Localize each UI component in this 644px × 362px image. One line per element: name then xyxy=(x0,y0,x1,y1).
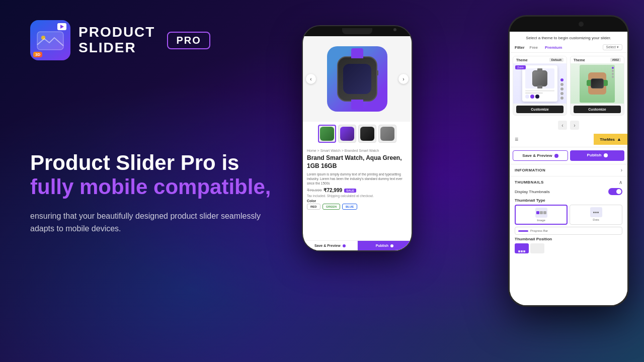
type-image-icon xyxy=(535,208,547,218)
thumbnail-type-options: Image Dots xyxy=(515,205,622,225)
thumb-3[interactable] xyxy=(358,125,376,143)
side-dot-5 xyxy=(560,97,564,100)
theme-card-2: Theme #002 xyxy=(570,56,624,116)
thumb-2[interactable] xyxy=(338,125,356,143)
logo-3d-badge: 3D xyxy=(33,52,42,57)
phones-area: ‹ › xyxy=(292,0,644,362)
slider-arrow-right[interactable]: › xyxy=(398,74,409,84)
type-progress-label: Progress Bar xyxy=(530,229,548,232)
product-desc: Lorem ipsum is simply dummy text of the … xyxy=(307,172,408,186)
panel: ≡ TheMes ▲ Save & Preview Publish xyxy=(510,132,627,305)
zoom-badge-1: Zoom xyxy=(515,65,526,69)
thumb-4[interactable] xyxy=(378,125,396,143)
price-new: ₹72,999 xyxy=(324,188,342,193)
headline: Product Slider Pro is fully mobile compa… xyxy=(30,151,272,200)
logo-icon: 3D xyxy=(30,20,70,60)
thumbnails-row xyxy=(303,122,412,146)
filter-label: Filter xyxy=(515,45,525,50)
phone1-top-bar xyxy=(303,26,412,36)
mini-slider-img-2 xyxy=(571,63,624,104)
display-thumbnails-row: Display Thumbnails xyxy=(515,188,622,195)
theme-card-2-img xyxy=(571,63,624,104)
progress-row: Progress Bar xyxy=(515,227,622,235)
side-dot-3 xyxy=(560,87,564,90)
type-image-card[interactable]: Image xyxy=(515,205,568,225)
select-dropdown[interactable]: Select ▾ xyxy=(603,44,622,50)
filter-premium[interactable]: Premium xyxy=(543,45,564,50)
side-nav-dots xyxy=(560,78,564,100)
breadcrumb: Home > Smart Watch > Branded Smart Watch xyxy=(307,149,408,152)
theme-card-2-header: Theme #002 xyxy=(571,56,624,63)
side-dot-2 xyxy=(560,83,564,86)
type-dots-card[interactable]: Dots xyxy=(570,205,622,225)
header: 3D PRODUCT SLIDER PRO xyxy=(30,20,210,60)
price-row: ₹78,999 ₹72,999 SALE xyxy=(307,188,408,193)
info-section-header[interactable]: INFORMATION › xyxy=(515,167,622,173)
watch-illustration xyxy=(327,46,387,112)
filter-row: Filter Free Premium Select ▾ xyxy=(510,42,627,53)
color-options: RED GREEN BLUE xyxy=(307,204,408,210)
headline-line1: Product Slider Pro is xyxy=(30,151,239,174)
type-dots-label: Dots xyxy=(593,218,599,221)
phone-2: Select a theme to begin customizing your… xyxy=(508,15,629,307)
side-dot-4 xyxy=(560,92,564,95)
product-info: Home > Smart Watch > Branded Smart Watch… xyxy=(303,146,412,213)
filter-free[interactable]: Free xyxy=(528,45,540,50)
panel-menu-icon[interactable]: ≡ xyxy=(510,132,523,147)
theme-header: Select a theme to begin customizing your… xyxy=(510,32,627,42)
product-title: Brand Smart Watch, Aqua Green, 1GB 16GB xyxy=(307,154,408,170)
panel-publish-btn[interactable]: Publish xyxy=(570,150,624,161)
thumbnail-position-label: Thumbnail Position xyxy=(515,237,622,241)
color-red[interactable]: RED xyxy=(307,204,320,210)
side-dot-1 xyxy=(560,78,564,81)
info-chevron: › xyxy=(621,167,622,173)
type-image-label: Image xyxy=(537,219,545,222)
mini-slider-img-1 xyxy=(513,63,567,104)
pagination: ‹ › xyxy=(510,119,627,132)
prev-page-btn[interactable]: ‹ xyxy=(558,121,567,130)
color-green[interactable]: GREEN xyxy=(323,204,340,210)
themes-button[interactable]: TheMes ▲ xyxy=(594,134,627,145)
color-blue[interactable]: BLUE xyxy=(342,204,357,210)
display-thumbnails-label: Display Thumbnails xyxy=(515,190,550,194)
slider-arrow-left[interactable]: ‹ xyxy=(306,74,316,84)
next-page-btn[interactable]: › xyxy=(570,121,579,130)
thumbnails-title-row: THUMBNAILS ∧ xyxy=(515,179,622,185)
info-title: INFORMATION xyxy=(515,168,545,172)
sale-badge: SALE xyxy=(344,189,356,193)
type-dots-icon xyxy=(590,207,602,217)
thumbnails-title: THUMBNAILS xyxy=(515,180,544,185)
product-image-area: ‹ › xyxy=(303,36,412,122)
thumbnails-chevron: ∧ xyxy=(619,179,622,185)
thumb-1[interactable] xyxy=(318,125,336,143)
panel-actions: Save & Preview Publish xyxy=(510,147,627,164)
thumbnail-type-label: Thumbnail Type xyxy=(515,198,622,203)
theme-card-1: Theme Default Zoom xyxy=(513,56,567,116)
phone2-top-bar xyxy=(510,17,627,32)
information-section: INFORMATION › xyxy=(510,164,627,176)
theme1-badge: Default xyxy=(549,58,564,62)
customize-btn-2[interactable]: Customize xyxy=(574,106,621,113)
panel-topbar: ≡ TheMes ▲ xyxy=(510,132,627,147)
phone2-camera xyxy=(579,22,584,27)
price-old: ₹78,999 xyxy=(307,188,321,193)
panel-save-btn[interactable]: Save & Preview xyxy=(513,150,568,161)
headline-highlight: fully mobile compatible, xyxy=(30,175,271,199)
theme-card-1-header: Theme Default xyxy=(513,56,567,63)
logo-title-line2: SLIDER xyxy=(78,40,155,56)
display-thumbnails-toggle[interactable] xyxy=(608,188,622,195)
type-progress-card[interactable]: Progress Bar xyxy=(515,227,622,235)
progress-bar-icon xyxy=(518,230,528,232)
customize-btn-1[interactable]: Customize xyxy=(516,106,564,113)
theme2-number: #002 xyxy=(610,58,621,62)
phone1-save-btn[interactable]: Save & Preview xyxy=(303,241,358,250)
phone-1: ‹ › xyxy=(302,25,413,251)
pro-badge: PRO xyxy=(167,32,210,49)
themes-grid: Theme Default Zoom xyxy=(510,53,627,119)
main-content: Product Slider Pro is fully mobile compa… xyxy=(30,151,272,235)
logo-text: PRODUCT SLIDER PRO xyxy=(78,25,210,56)
thumbnails-section: THUMBNAILS ∧ Display Thumbnails Thumbnai… xyxy=(510,176,627,256)
color-label: Color xyxy=(307,199,408,203)
theme-card-1-img: Zoom xyxy=(513,63,567,104)
phone1-publish-btn[interactable]: Publish xyxy=(358,241,412,250)
